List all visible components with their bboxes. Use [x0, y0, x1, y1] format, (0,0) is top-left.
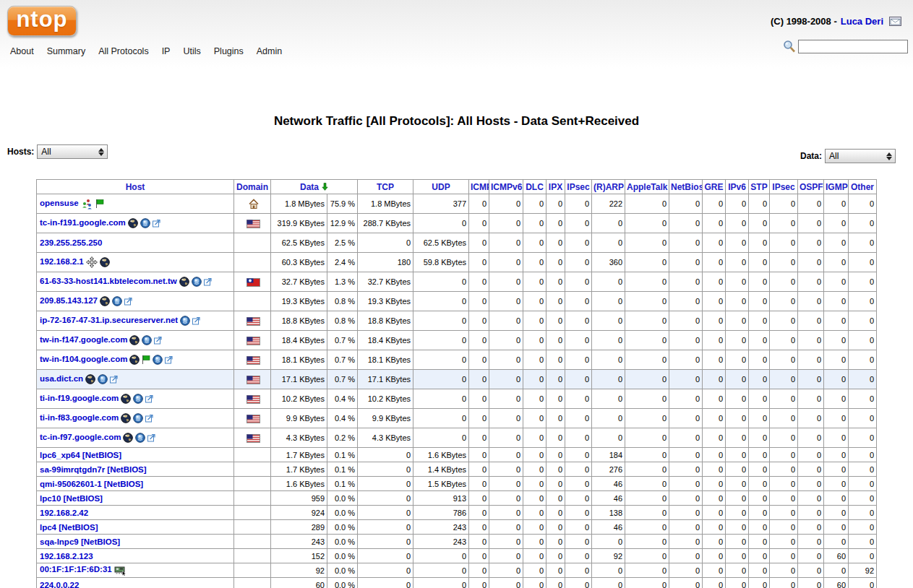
- column-header-host[interactable]: Host: [37, 180, 234, 194]
- compass-icon[interactable]: [192, 277, 202, 287]
- search-icon[interactable]: [783, 40, 796, 53]
- proto-cell-10: 0: [749, 477, 770, 491]
- column-header-tcp[interactable]: TCP: [358, 180, 413, 194]
- host-link[interactable]: qmi-95062601-1 [NetBIOS]: [40, 480, 143, 488]
- column-header-other-2[interactable]: Other: [849, 180, 877, 194]
- host-link[interactable]: sqa-lnpc9 [NetBIOS]: [40, 537, 120, 546]
- tcp-cell: 9.9 KBytes: [358, 409, 413, 428]
- external-link-icon[interactable]: [147, 433, 155, 442]
- globe-icon[interactable]: [121, 394, 131, 404]
- compass-icon[interactable]: [112, 296, 122, 306]
- udp-cell: 0: [413, 370, 469, 389]
- data-select[interactable]: All: [825, 149, 896, 163]
- column-header-ipx[interactable]: IPX: [546, 180, 565, 194]
- column-header-appletalk[interactable]: AppleTalk: [625, 180, 669, 194]
- compass-icon[interactable]: [98, 374, 108, 384]
- external-link-icon[interactable]: [165, 355, 173, 364]
- external-link-icon[interactable]: [154, 336, 162, 345]
- host-link[interactable]: lpc10 [NetBIOS]: [40, 494, 103, 503]
- column-header-igmp-2[interactable]: IGMP: [824, 180, 849, 194]
- host-link[interactable]: 192.168.2.42: [40, 509, 88, 517]
- hosts-select[interactable]: All: [37, 144, 108, 159]
- column-header-ipsec[interactable]: IPsec: [565, 180, 592, 194]
- host-link[interactable]: 192.168.2.123: [40, 552, 93, 561]
- proto-cell-6: 0: [625, 477, 669, 491]
- external-link-icon[interactable]: [145, 414, 153, 423]
- nav-utils[interactable]: Utils: [183, 46, 200, 56]
- host-link[interactable]: ti-in-f83.google.com: [40, 413, 119, 422]
- column-header--r-arp[interactable]: (R)ARP: [592, 180, 625, 194]
- column-header-data[interactable]: Data: [271, 180, 358, 194]
- external-link-icon[interactable]: [110, 375, 118, 384]
- column-header-udp[interactable]: UDP: [413, 180, 469, 194]
- host-link[interactable]: lpc6_xp64 [NetBIOS]: [40, 451, 121, 459]
- proto-cell-6: 0: [625, 578, 669, 588]
- column-header-ospf-2[interactable]: OSPF: [798, 180, 824, 194]
- proto-cell-14: 0: [849, 370, 877, 389]
- compass-icon[interactable]: [133, 394, 143, 404]
- host-link[interactable]: opensuse: [40, 199, 79, 207]
- host-link[interactable]: sa-99imrqtgdn7r [NetBIOS]: [40, 465, 147, 474]
- column-header-icmp[interactable]: ICMP: [469, 180, 489, 194]
- nav-all-protocols[interactable]: All Protocols: [98, 46, 148, 56]
- host-link[interactable]: 192.168.2.1: [40, 257, 84, 266]
- host-link[interactable]: tw-in-f104.google.com: [40, 355, 127, 363]
- host-link[interactable]: tw-in-f147.google.com: [40, 335, 127, 344]
- compass-icon[interactable]: [135, 433, 145, 443]
- compass-icon[interactable]: [133, 413, 143, 423]
- proto-cell-14: 0: [849, 477, 877, 491]
- host-link[interactable]: 224.0.0.22: [40, 581, 79, 588]
- column-header-domain[interactable]: Domain: [234, 180, 271, 194]
- host-link[interactable]: ti-in-f19.google.com: [40, 394, 119, 402]
- globe-icon[interactable]: [121, 413, 131, 423]
- host-link[interactable]: tc-in-f97.google.com: [40, 433, 121, 441]
- nav-ip[interactable]: IP: [162, 46, 171, 56]
- globe-icon[interactable]: [100, 257, 110, 267]
- column-header-gre[interactable]: GRE: [703, 180, 726, 194]
- host-link[interactable]: 00:1F:1F:1F:6D:31: [40, 565, 112, 574]
- search-input[interactable]: [798, 40, 908, 53]
- proto-cell-14: 0: [849, 350, 877, 370]
- external-link-icon[interactable]: [192, 316, 200, 325]
- host-link[interactable]: usa.dict.cn: [40, 374, 83, 383]
- nav-about[interactable]: About: [10, 46, 34, 56]
- host-link[interactable]: 209.85.143.127: [40, 296, 98, 305]
- host-link[interactable]: 61-63-33-host141.kbtelecom.net.tw: [40, 277, 177, 285]
- globe-icon[interactable]: [100, 296, 110, 306]
- host-link[interactable]: tc-in-f191.google.com: [40, 218, 126, 227]
- proto-cell-3: 0: [546, 194, 565, 214]
- proto-cell-14: 92: [849, 563, 877, 578]
- compass-icon[interactable]: [153, 355, 163, 365]
- compass-icon[interactable]: [142, 335, 152, 345]
- nav-summary[interactable]: Summary: [47, 46, 85, 56]
- external-link-icon[interactable]: [153, 219, 160, 228]
- globe-icon[interactable]: [129, 335, 140, 345]
- globe-icon[interactable]: [85, 374, 95, 384]
- external-link-icon[interactable]: [145, 394, 153, 403]
- host-link[interactable]: 239.255.255.250: [40, 238, 102, 247]
- column-header-ipv6[interactable]: IPv6: [726, 180, 749, 194]
- author-link[interactable]: Luca Deri: [841, 16, 883, 27]
- ntop-logo[interactable]: ntop: [7, 6, 77, 36]
- host-link[interactable]: ip-72-167-47-31.ip.secureserver.net: [40, 316, 178, 324]
- column-header-netbios[interactable]: NetBios: [669, 180, 703, 194]
- column-header-dlc[interactable]: DLC: [523, 180, 546, 194]
- nav-admin[interactable]: Admin: [257, 46, 282, 56]
- column-header-icmpv6[interactable]: ICMPv6: [489, 180, 523, 194]
- column-header-stp[interactable]: STP: [749, 180, 770, 194]
- globe-icon[interactable]: [129, 355, 140, 365]
- nav-plugins[interactable]: Plugins: [214, 46, 244, 56]
- compass-icon[interactable]: [140, 218, 150, 228]
- column-header-ipsec-2[interactable]: IPsec: [770, 180, 798, 194]
- mail-icon[interactable]: [889, 17, 901, 26]
- external-link-icon[interactable]: [204, 277, 212, 286]
- external-link-icon[interactable]: [124, 297, 132, 306]
- proto-cell-10: 0: [749, 535, 770, 549]
- compass-icon[interactable]: [180, 316, 190, 326]
- table-row: tc-in-f191.google.com319.9 KBytes12.9 %2…: [37, 214, 877, 233]
- host-link[interactable]: lpc4 [NetBIOS]: [40, 523, 98, 532]
- globe-icon[interactable]: [123, 433, 133, 443]
- globe-icon[interactable]: [179, 277, 189, 287]
- globe-icon[interactable]: [128, 218, 138, 228]
- proto-cell-11: 0: [770, 214, 798, 233]
